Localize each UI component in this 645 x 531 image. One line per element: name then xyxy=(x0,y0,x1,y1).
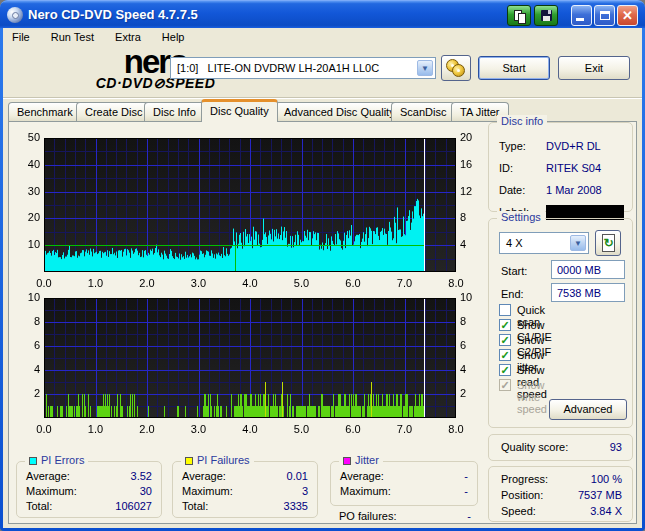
disc-info-group: Disc info Type:DVD+R DL ID:RITEK S04 Dat… xyxy=(488,122,633,212)
tab-scandisc[interactable]: ScanDisc xyxy=(391,102,455,121)
refresh-button[interactable]: ↻ xyxy=(595,230,621,256)
window-title: Nero CD-DVD Speed 4.7.7.5 xyxy=(28,7,198,22)
disc-info-title: Disc info xyxy=(497,115,547,127)
jitter-swatch-icon xyxy=(343,457,351,465)
check-icon: ✓ xyxy=(499,364,511,376)
tab-benchmark[interactable]: Benchmark xyxy=(8,102,82,121)
close-button[interactable]: ✕ xyxy=(617,5,638,26)
stat-row: Total:3335 xyxy=(182,500,308,514)
pi-errors-group: PI Errors Average:3.52 Maximum:30 Total:… xyxy=(16,461,162,518)
disc-date-row: Date:1 Mar 2008 xyxy=(499,184,624,198)
minimize-icon xyxy=(576,18,584,21)
check-icon: ✓ xyxy=(499,319,511,331)
tab-disc-quality[interactable]: Disc Quality xyxy=(201,99,278,122)
eject-discs-button[interactable] xyxy=(441,55,471,81)
copy-button[interactable] xyxy=(507,5,531,26)
stat-row: Average:0.01 xyxy=(182,470,308,484)
menu-extra[interactable]: Extra xyxy=(106,28,150,43)
menu-help[interactable]: Help xyxy=(153,28,194,43)
quality-score-value: 93 xyxy=(610,441,622,453)
menu-run-test[interactable]: Run Test xyxy=(42,28,103,43)
po-failures-row: PO failures:- xyxy=(339,510,471,524)
settings-group: Settings 4 X ▼ ↻ Start: 0000 MB End: 753… xyxy=(488,218,633,428)
quality-score-row: Quality score:93 xyxy=(501,441,622,455)
progress-row: Progress:100 % xyxy=(501,473,622,487)
check-icon: ✓ xyxy=(499,379,511,391)
chevron-down-icon[interactable]: ▼ xyxy=(570,235,586,251)
save-icon xyxy=(541,10,552,21)
start-label: Start: xyxy=(501,265,527,277)
stat-row: Maximum:30 xyxy=(26,485,152,499)
drive-select-value: [1:0] LITE-ON DVDRW LH-20A1H LL0C xyxy=(177,62,379,74)
stat-row: Average:3.52 xyxy=(26,470,152,484)
pi-errors-chart xyxy=(14,130,478,290)
menu-bar: File Run Test Extra Help xyxy=(3,28,642,47)
scan-speed-select[interactable]: 4 X ▼ xyxy=(499,232,589,254)
title-bar[interactable]: Nero CD-DVD Speed 4.7.7.5 ✕ xyxy=(0,0,645,28)
stat-row: Total:106027 xyxy=(26,500,152,514)
stat-row: Maximum:3 xyxy=(182,485,308,499)
minimize-button[interactable] xyxy=(571,5,592,26)
exit-button[interactable]: Exit xyxy=(558,56,630,80)
start-button[interactable]: Start xyxy=(478,56,550,80)
copy-icon xyxy=(518,13,526,24)
quality-score-group: Quality score:93 xyxy=(488,434,633,461)
pi-failures-chart xyxy=(14,292,478,438)
pi-failures-group: PI Failures Average:0.01 Maximum:3 Total… xyxy=(172,461,318,518)
position-row: Position:7537 MB xyxy=(501,489,622,503)
disc-id-row: ID:RITEK S04 xyxy=(499,162,624,176)
check-icon xyxy=(499,304,511,316)
app-window: Nero CD-DVD Speed 4.7.7.5 ✕ File Run Tes… xyxy=(0,0,645,531)
tab-disc-info[interactable]: Disc Info xyxy=(144,102,205,121)
drive-select[interactable]: [1:0] LITE-ON DVDRW LH-20A1H LL0C ▼ xyxy=(170,57,436,79)
menu-file[interactable]: File xyxy=(3,28,39,43)
pi-errors-swatch-icon xyxy=(29,457,37,465)
pi-errors-title: PI Errors xyxy=(41,454,84,466)
jitter-group: Jitter Average:- Maximum:- xyxy=(330,461,478,506)
start-input[interactable]: 0000 MB xyxy=(551,260,625,279)
settings-title: Settings xyxy=(497,211,545,223)
save-button[interactable] xyxy=(534,5,558,26)
app-disc-icon xyxy=(7,7,23,23)
advanced-button[interactable]: Advanced xyxy=(549,399,627,420)
check-icon: ✓ xyxy=(499,349,511,361)
maximize-icon xyxy=(600,11,610,20)
pi-failures-title: PI Failures xyxy=(197,454,250,466)
progress-group: Progress:100 % Position:7537 MB Speed:3.… xyxy=(488,466,633,522)
tab-create-disc[interactable]: Create Disc xyxy=(76,102,151,121)
scan-speed-value: 4 X xyxy=(506,237,523,249)
tab-advanced-disc-quality[interactable]: Advanced Disc Quality xyxy=(275,102,404,121)
stat-row: Average:- xyxy=(340,470,468,484)
disc-type-row: Type:DVD+R DL xyxy=(499,140,624,154)
refresh-icon: ↻ xyxy=(602,234,615,252)
stat-row: Maximum:- xyxy=(340,485,468,499)
header-separator xyxy=(3,97,642,99)
speed-row: Speed:3.84 X xyxy=(501,505,622,519)
chevron-down-icon[interactable]: ▼ xyxy=(417,60,433,76)
burner-discs-icon xyxy=(452,64,465,77)
client-area: File Run Test Extra Help nero CD·DVD⊘SPE… xyxy=(3,28,642,528)
pi-failures-swatch-icon xyxy=(185,457,193,465)
end-input[interactable]: 7538 MB xyxy=(551,283,625,302)
check-icon: ✓ xyxy=(499,334,511,346)
end-label: End: xyxy=(501,288,524,300)
jitter-title: Jitter xyxy=(355,454,379,466)
maximize-button[interactable] xyxy=(594,5,615,26)
